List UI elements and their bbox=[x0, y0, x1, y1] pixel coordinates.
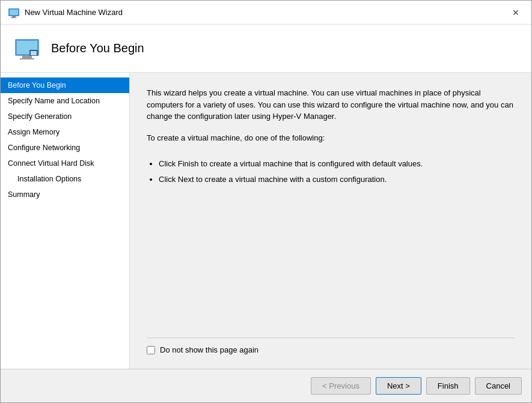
wizard-icon bbox=[13, 34, 41, 63]
svg-rect-6 bbox=[22, 56, 32, 58]
sidebar-item-specify-generation[interactable]: Specify Generation bbox=[1, 109, 129, 124]
sidebar-item-specify-name-location[interactable]: Specify Name and Location bbox=[1, 93, 129, 109]
bullet-item-2: Click Next to create a virtual machine w… bbox=[159, 174, 515, 186]
bullet-item-1: Click Finish to create a virtual machine… bbox=[159, 158, 515, 170]
wizard-header-title: Before You Begin bbox=[51, 41, 144, 55]
dont-show-label[interactable]: Do not show this page again bbox=[160, 345, 258, 354]
main-content: This wizard helps you create a virtual m… bbox=[130, 73, 531, 369]
svg-rect-1 bbox=[10, 10, 18, 15]
wizard-sidebar: Before You Begin Specify Name and Locati… bbox=[1, 73, 130, 369]
checkbox-area: Do not show this page again bbox=[147, 338, 515, 354]
next-button[interactable]: Next > bbox=[376, 377, 421, 395]
description-paragraph1: This wizard helps you create a virtual m… bbox=[147, 87, 515, 123]
wizard-window: New Virtual Machine Wizard ✕ Before You … bbox=[0, 0, 532, 403]
sidebar-item-assign-memory[interactable]: Assign Memory bbox=[1, 124, 129, 140]
bullet-list: Click Finish to create a virtual machine… bbox=[159, 158, 515, 189]
wizard-header: Before You Begin bbox=[1, 25, 531, 73]
title-bar: New Virtual Machine Wizard ✕ bbox=[1, 1, 531, 25]
svg-rect-2 bbox=[12, 16, 16, 17]
description-paragraph2: To create a virtual machine, do one of t… bbox=[147, 132, 515, 144]
sidebar-item-installation-options[interactable]: Installation Options bbox=[1, 171, 129, 187]
close-button[interactable]: ✕ bbox=[507, 4, 524, 21]
cancel-button[interactable]: Cancel bbox=[475, 377, 522, 395]
svg-rect-3 bbox=[11, 17, 17, 18]
wizard-footer: < Previous Next > Finish Cancel bbox=[1, 369, 531, 402]
sidebar-item-before-you-begin[interactable]: Before You Begin bbox=[1, 77, 129, 93]
dont-show-checkbox[interactable] bbox=[147, 346, 155, 354]
sidebar-item-connect-virtual-hard-disk[interactable]: Connect Virtual Hard Disk bbox=[1, 156, 129, 171]
svg-rect-7 bbox=[20, 58, 34, 59]
finish-button[interactable]: Finish bbox=[426, 377, 470, 395]
content-area: Before You Begin Specify Name and Locati… bbox=[1, 73, 531, 369]
previous-button[interactable]: < Previous bbox=[311, 377, 371, 395]
window-icon bbox=[8, 7, 20, 19]
window-title: New Virtual Machine Wizard bbox=[25, 8, 507, 17]
sidebar-item-summary[interactable]: Summary bbox=[1, 187, 129, 202]
svg-rect-9 bbox=[31, 51, 37, 55]
sidebar-item-configure-networking[interactable]: Configure Networking bbox=[1, 140, 129, 156]
